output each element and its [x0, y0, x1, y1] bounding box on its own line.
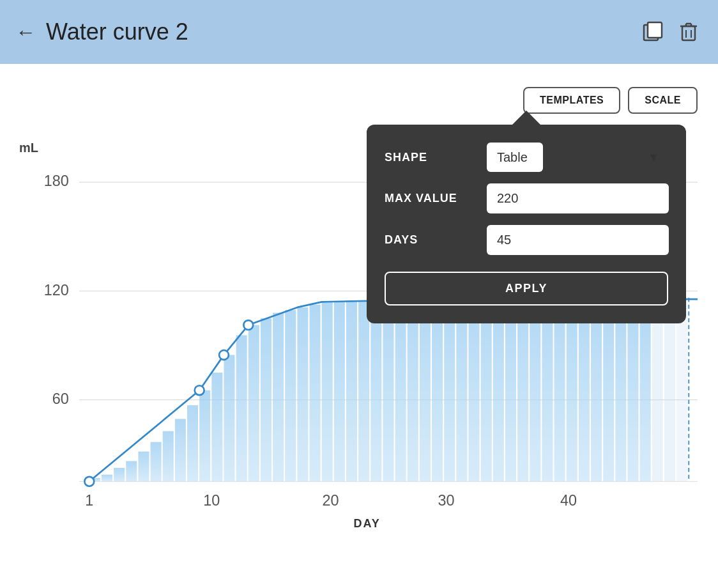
svg-rect-42 — [346, 300, 357, 481]
svg-rect-51 — [456, 298, 467, 481]
svg-rect-38 — [297, 307, 308, 481]
svg-text:1: 1 — [85, 492, 93, 509]
svg-rect-32 — [224, 355, 234, 481]
max-value-row: MAX VALUE — [385, 183, 668, 213]
svg-rect-28 — [175, 419, 186, 481]
toolbar: TEMPLATES SCALE — [523, 87, 698, 114]
y-axis-label: mL — [19, 141, 38, 155]
svg-rect-68 — [664, 298, 675, 481]
svg-rect-59 — [554, 298, 565, 481]
svg-rect-64 — [615, 298, 626, 481]
svg-rect-35 — [261, 318, 271, 481]
x-axis-label: DAY — [354, 517, 381, 530]
delete-button[interactable] — [675, 17, 703, 47]
svg-rect-33 — [236, 336, 247, 482]
svg-rect-69 — [676, 298, 687, 481]
svg-point-73 — [219, 350, 229, 360]
svg-text:180: 180 — [44, 173, 69, 190]
svg-rect-62 — [591, 298, 602, 481]
svg-rect-29 — [187, 405, 198, 481]
svg-rect-45 — [383, 299, 393, 481]
back-button[interactable]: ← — [15, 20, 36, 44]
scale-button[interactable]: SCALE — [628, 87, 698, 114]
svg-rect-23 — [114, 468, 125, 481]
svg-rect-36 — [273, 313, 284, 481]
page-title: Water curve 2 — [46, 19, 639, 45]
days-input[interactable] — [487, 225, 669, 255]
svg-rect-57 — [530, 298, 540, 481]
svg-rect-56 — [517, 298, 528, 481]
svg-rect-34 — [248, 325, 259, 482]
svg-rect-48 — [420, 298, 431, 481]
copy-button[interactable] — [639, 17, 667, 47]
svg-text:20: 20 — [323, 492, 339, 509]
copy-icon — [641, 20, 664, 43]
shape-label: SHAPE — [385, 151, 487, 164]
svg-point-72 — [195, 385, 204, 395]
svg-rect-60 — [567, 298, 577, 481]
svg-rect-37 — [285, 310, 296, 481]
svg-text:120: 120 — [44, 282, 69, 298]
svg-rect-40 — [322, 302, 333, 481]
shape-select[interactable]: Table Linear Curve Bell — [487, 143, 543, 172]
svg-rect-54 — [493, 298, 504, 481]
shape-select-wrapper: Table Linear Curve Bell ▼ — [487, 143, 668, 172]
chevron-down-icon: ▼ — [648, 151, 659, 164]
svg-rect-66 — [640, 298, 651, 481]
svg-rect-22 — [102, 475, 112, 482]
svg-rect-65 — [627, 298, 638, 481]
svg-rect-61 — [579, 298, 590, 481]
days-row: DAYS — [385, 225, 668, 255]
template-popup: SHAPE Table Linear Curve Bell ▼ MAX VALU… — [367, 125, 686, 323]
svg-rect-46 — [395, 299, 406, 481]
svg-rect-27 — [163, 431, 174, 482]
svg-rect-47 — [408, 298, 418, 481]
svg-rect-44 — [370, 299, 381, 481]
svg-text:10: 10 — [203, 492, 220, 509]
days-label: DAYS — [385, 233, 487, 247]
svg-rect-39 — [310, 305, 321, 482]
trash-icon — [677, 20, 700, 43]
header: ← Water curve 2 — [0, 0, 718, 64]
svg-rect-43 — [358, 300, 369, 481]
svg-rect-25 — [138, 451, 149, 481]
svg-rect-67 — [652, 298, 663, 481]
svg-rect-63 — [603, 298, 614, 481]
templates-button[interactable]: TEMPLATES — [523, 87, 620, 114]
svg-rect-24 — [126, 461, 137, 481]
svg-rect-1 — [648, 22, 662, 38]
svg-rect-55 — [505, 298, 516, 481]
svg-point-74 — [243, 320, 253, 330]
svg-rect-53 — [481, 298, 492, 481]
svg-rect-58 — [542, 298, 553, 481]
apply-button[interactable]: APPLY — [385, 272, 668, 306]
svg-rect-30 — [199, 391, 210, 482]
svg-rect-49 — [432, 298, 443, 481]
svg-rect-50 — [444, 298, 455, 481]
svg-text:40: 40 — [560, 492, 577, 509]
svg-rect-2 — [682, 26, 695, 40]
svg-point-71 — [84, 477, 94, 486]
svg-rect-41 — [334, 302, 345, 481]
svg-text:60: 60 — [52, 391, 69, 407]
max-value-input[interactable] — [487, 183, 669, 213]
header-actions — [639, 17, 703, 47]
main-content: TEMPLATES SCALE mL 180 120 60 1 10 20 30… — [0, 64, 718, 588]
svg-rect-31 — [211, 373, 222, 481]
svg-rect-52 — [469, 298, 480, 481]
max-value-label: MAX VALUE — [385, 192, 487, 205]
svg-text:30: 30 — [438, 492, 454, 509]
shape-row: SHAPE Table Linear Curve Bell ▼ — [385, 143, 668, 172]
svg-rect-26 — [151, 442, 162, 482]
